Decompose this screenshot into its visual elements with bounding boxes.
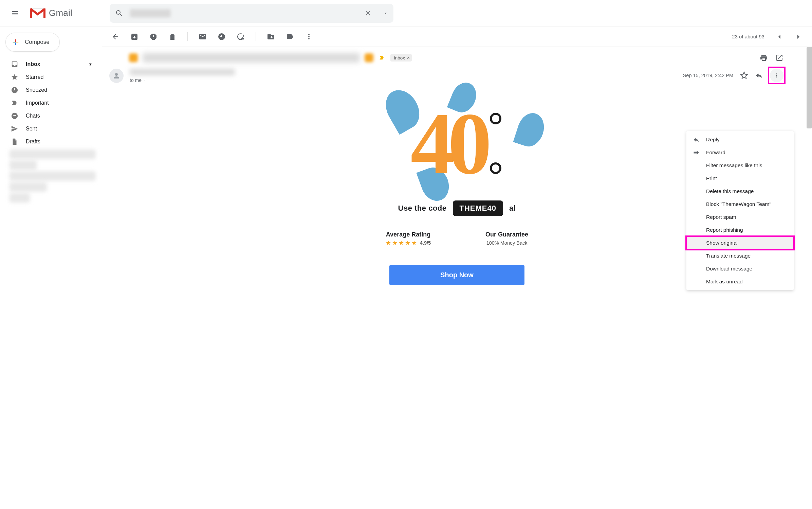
message-date: Sep 15, 2019, 2:42 PM bbox=[683, 73, 733, 78]
menu-item-report-spam[interactable]: Report spam bbox=[686, 211, 794, 224]
search-bar[interactable] bbox=[110, 4, 393, 23]
guarantee-sub: 100% Money Back bbox=[486, 240, 528, 246]
menu-item-filter[interactable]: Filter messages like this bbox=[686, 159, 794, 172]
menu-item-forward[interactable]: Forward bbox=[686, 146, 794, 159]
archive-button[interactable] bbox=[130, 33, 139, 41]
hero-graphic: 40 bbox=[377, 92, 537, 194]
sidebar-label-blurred bbox=[10, 193, 30, 203]
move-to-button[interactable] bbox=[267, 33, 275, 41]
open-new-window-button[interactable] bbox=[775, 54, 783, 62]
shop-now-button[interactable]: Shop Now bbox=[389, 265, 524, 285]
sidebar-item-label: Starred bbox=[26, 74, 43, 80]
message-toolbar: 23 of about 93 bbox=[102, 27, 812, 47]
sidebar-item-inbox[interactable]: Inbox 7 bbox=[0, 58, 102, 71]
menu-item-report-phishing[interactable]: Report phishing bbox=[686, 224, 794, 236]
star-icon bbox=[399, 240, 404, 246]
gmail-m-icon bbox=[30, 7, 45, 19]
forward-icon bbox=[693, 149, 700, 156]
message-more-menu: Reply Forward Filter messages like this … bbox=[686, 131, 794, 290]
rating-value: 4.9/5 bbox=[420, 240, 431, 246]
toolbar-separator bbox=[187, 32, 188, 41]
remove-label-icon[interactable]: × bbox=[407, 55, 410, 60]
inbox-icon bbox=[11, 60, 18, 68]
menu-item-reply[interactable]: Reply bbox=[686, 133, 794, 146]
rating-stars: 4.9/5 bbox=[386, 240, 431, 246]
person-icon bbox=[112, 72, 121, 80]
percent-icon bbox=[490, 113, 503, 174]
sidebar-label-blurred bbox=[10, 171, 96, 181]
more-vert-icon bbox=[774, 72, 780, 78]
sidebar-item-label: Sent bbox=[26, 126, 37, 132]
next-message-button[interactable] bbox=[794, 33, 802, 41]
sidebar-item-important[interactable]: Important bbox=[0, 96, 102, 109]
pagination-text: 23 of about 93 bbox=[732, 34, 764, 39]
compose-button[interactable]: Compose bbox=[5, 33, 60, 52]
sidebar-item-label: Important bbox=[26, 100, 49, 106]
print-button[interactable] bbox=[760, 54, 768, 62]
menu-item-block[interactable]: Block "ThemeWagon Team" bbox=[686, 198, 794, 211]
menu-item-delete[interactable]: Delete this message bbox=[686, 185, 794, 198]
important-marker-icon[interactable] bbox=[378, 55, 386, 61]
labels-button[interactable] bbox=[286, 33, 294, 41]
menu-item-print[interactable]: Print bbox=[686, 172, 794, 185]
compose-plus-icon bbox=[12, 38, 19, 46]
sidebar-item-starred[interactable]: Starred bbox=[0, 71, 102, 84]
add-to-tasks-button[interactable] bbox=[237, 33, 245, 41]
menu-item-translate[interactable]: Translate message bbox=[686, 249, 794, 262]
star-icon bbox=[411, 240, 417, 246]
sidebar-item-chats[interactable]: Chats bbox=[0, 109, 102, 122]
more-actions-button[interactable] bbox=[305, 33, 313, 41]
star-icon bbox=[392, 240, 398, 246]
sidebar-label-blurred bbox=[10, 160, 37, 170]
clear-search-icon[interactable] bbox=[364, 10, 372, 17]
snooze-button[interactable] bbox=[218, 33, 226, 41]
sidebar-item-snoozed[interactable]: Snoozed bbox=[0, 84, 102, 96]
inbox-label-chip[interactable]: Inbox × bbox=[390, 54, 412, 62]
menu-item-download[interactable]: Download message bbox=[686, 262, 794, 275]
recipient-line[interactable]: to me bbox=[130, 77, 235, 83]
sidebar: Compose Inbox 7 Starred Snoozed Importan… bbox=[0, 27, 102, 509]
clock-icon bbox=[11, 86, 18, 94]
subject-emoji bbox=[365, 53, 373, 62]
code-prefix: Use the code bbox=[398, 204, 447, 213]
menu-item-show-original[interactable]: Show original bbox=[686, 236, 794, 249]
back-button[interactable] bbox=[111, 33, 119, 41]
star-message-button[interactable] bbox=[740, 71, 748, 80]
reply-button[interactable] bbox=[755, 71, 763, 80]
recipient-dropdown-icon bbox=[143, 78, 147, 82]
sidebar-label-blurred bbox=[10, 182, 47, 192]
message-more-button[interactable] bbox=[770, 69, 783, 82]
delete-button[interactable] bbox=[168, 33, 177, 41]
compose-label: Compose bbox=[25, 39, 50, 46]
report-spam-button[interactable] bbox=[149, 33, 158, 41]
chip-label: Inbox bbox=[394, 55, 405, 60]
sidebar-item-label: Snoozed bbox=[26, 87, 47, 93]
code-suffix: al bbox=[509, 204, 516, 213]
annotation-highlight bbox=[685, 235, 795, 250]
gmail-wordmark: Gmail bbox=[49, 8, 72, 18]
search-options-dropdown-icon[interactable] bbox=[383, 11, 388, 16]
sent-icon bbox=[11, 125, 18, 133]
gmail-logo[interactable]: Gmail bbox=[30, 7, 72, 19]
search-input[interactable] bbox=[130, 9, 171, 17]
menu-item-mark-unread[interactable]: Mark as unread bbox=[686, 275, 794, 288]
main-menu-button[interactable] bbox=[10, 8, 20, 19]
chat-icon bbox=[11, 112, 18, 120]
sender-avatar[interactable] bbox=[109, 69, 124, 83]
scrollbar[interactable] bbox=[807, 47, 812, 128]
search-icon bbox=[115, 9, 123, 17]
promo-code: THEME40 bbox=[453, 200, 503, 216]
previous-message-button[interactable] bbox=[775, 33, 783, 41]
sidebar-item-drafts[interactable]: Drafts bbox=[0, 135, 102, 148]
sidebar-item-label: Chats bbox=[26, 113, 40, 119]
reply-icon bbox=[693, 136, 700, 143]
subject-emoji bbox=[129, 53, 138, 62]
sidebar-item-sent[interactable]: Sent bbox=[0, 122, 102, 135]
star-icon bbox=[386, 240, 391, 246]
vertical-separator bbox=[458, 231, 458, 246]
mark-unread-button[interactable] bbox=[199, 33, 207, 41]
sidebar-label-blurred bbox=[10, 150, 96, 159]
sidebar-item-label: Drafts bbox=[26, 139, 40, 145]
hero-number: 40 bbox=[410, 93, 485, 194]
hamburger-icon bbox=[11, 9, 19, 17]
